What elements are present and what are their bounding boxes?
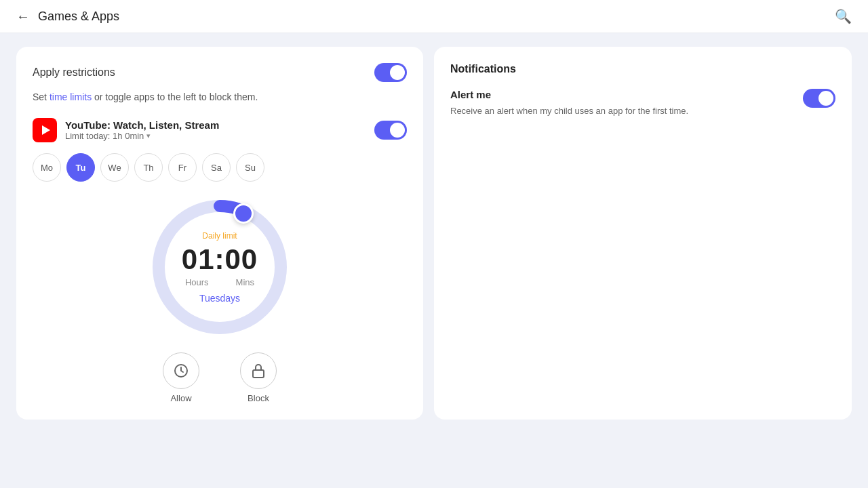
app-row: YouTube: Watch, Listen, Stream Limit tod… [33, 118, 407, 142]
app-name: YouTube: Watch, Listen, Stream [65, 119, 219, 131]
app-toggle[interactable] [374, 121, 407, 140]
timer-wrapper: Daily limit 01:00 Hours Mins Tuesdays [33, 192, 407, 342]
action-buttons: Allow Block [33, 352, 407, 403]
header: ← Games & Apps 🔍 [0, 0, 868, 33]
timer-units: Hours Mins [185, 277, 254, 287]
timer-inner: Daily limit 01:00 Hours Mins Tuesdays [182, 231, 258, 304]
notifications-title: Notifications [450, 63, 835, 75]
day-th[interactable]: Th [134, 153, 163, 182]
allow-label: Allow [170, 393, 191, 403]
alert-toggle[interactable] [803, 89, 835, 108]
app-details: YouTube: Watch, Listen, Stream Limit tod… [65, 119, 219, 141]
left-panel: Apply restrictions Set time limits or to… [16, 47, 423, 420]
timer-handle[interactable] [233, 203, 254, 224]
chevron-down-icon: ▾ [146, 131, 151, 140]
apply-restrictions-row: Apply restrictions [33, 63, 407, 82]
day-tu[interactable]: Tu [66, 153, 95, 182]
back-icon[interactable]: ← [16, 9, 30, 24]
svg-rect-3 [253, 370, 264, 378]
timer-ring[interactable]: Daily limit 01:00 Hours Mins Tuesdays [145, 192, 294, 342]
app-limit[interactable]: Limit today: 1h 0min ▾ [65, 131, 219, 141]
alert-text: Alert me Receive an alert when my child … [450, 89, 688, 118]
daily-limit-label: Daily limit [202, 231, 237, 241]
timer-time: 01:00 [182, 243, 258, 276]
set-text: Set time limits or toggle apps to the le… [33, 90, 407, 104]
day-mo[interactable]: Mo [33, 153, 61, 182]
apply-restrictions-toggle[interactable] [374, 63, 407, 82]
main-content: Apply restrictions Set time limits or to… [0, 33, 868, 433]
alert-title: Alert me [450, 89, 688, 100]
allow-button[interactable]: Allow [163, 352, 199, 403]
block-icon [240, 352, 277, 389]
search-icon[interactable]: 🔍 [835, 8, 852, 24]
hours-label: Hours [185, 277, 209, 287]
app-info: YouTube: Watch, Listen, Stream Limit tod… [33, 118, 219, 142]
day-we[interactable]: We [100, 153, 129, 182]
youtube-icon [33, 118, 57, 142]
alert-row: Alert me Receive an alert when my child … [450, 89, 835, 118]
apply-restrictions-label: Apply restrictions [33, 66, 115, 79]
day-fr[interactable]: Fr [168, 153, 197, 182]
right-panel: Notifications Alert me Receive an alert … [434, 47, 852, 420]
timer-day-label: Tuesdays [199, 293, 240, 304]
alert-description: Receive an alert when my child uses an a… [450, 104, 688, 118]
day-su[interactable]: Su [236, 153, 264, 182]
mins-label: Mins [236, 277, 254, 287]
day-picker: Mo Tu We Th Fr Sa Su [33, 153, 407, 182]
allow-icon [163, 352, 199, 389]
block-button[interactable]: Block [240, 352, 277, 403]
block-label: Block [248, 393, 269, 403]
page-title: Games & Apps [38, 9, 119, 24]
header-left: ← Games & Apps [16, 9, 119, 24]
day-sa[interactable]: Sa [202, 153, 231, 182]
